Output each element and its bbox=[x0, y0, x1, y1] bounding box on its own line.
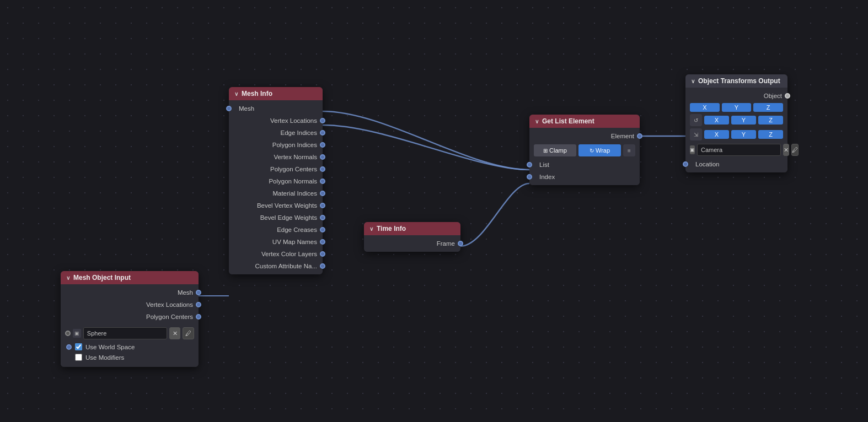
bevel-edge-weights-row: Bevel Edge Weights bbox=[229, 212, 323, 224]
custom-attribute-port[interactable] bbox=[320, 263, 325, 269]
object-port[interactable] bbox=[785, 93, 790, 99]
matrix-row-2: ↺ X Y Z bbox=[685, 113, 787, 127]
time-info-node: ∨ Time Info Frame bbox=[364, 222, 460, 252]
polygon-centers-port[interactable] bbox=[320, 166, 325, 172]
edge-indices-row: Edge Indices bbox=[229, 127, 323, 139]
polygon-normals-label: Polygon Normals bbox=[234, 178, 317, 185]
get-list-element-header[interactable]: ∨ Get List Element bbox=[529, 115, 640, 128]
polygon-centers-label: Polygon Centers bbox=[234, 166, 317, 172]
mesh-info-mesh-input-port[interactable] bbox=[226, 106, 232, 111]
use-world-space-dot bbox=[66, 344, 72, 350]
mesh-object-input-header[interactable]: ∨ Mesh Object Input bbox=[61, 271, 199, 284]
camera-icon: ▣ bbox=[690, 145, 695, 154]
scale-icon: ⇲ bbox=[690, 128, 702, 140]
list-input-row: List bbox=[529, 159, 640, 171]
vertex-normals-port[interactable] bbox=[320, 154, 325, 160]
use-world-space-label: Use World Space bbox=[85, 344, 135, 350]
object-transforms-header[interactable]: ∨ Object Transforms Output bbox=[685, 74, 787, 88]
matrix-z-btn-3[interactable]: Z bbox=[758, 130, 783, 139]
mesh-info-title: Mesh Info bbox=[242, 90, 272, 98]
matrix-y-btn-3[interactable]: Y bbox=[731, 130, 756, 139]
polygon-indices-port[interactable] bbox=[320, 142, 325, 148]
matrix-x-btn-3[interactable]: X bbox=[704, 130, 729, 139]
element-output-port[interactable] bbox=[637, 133, 642, 139]
clear-camera-button[interactable]: ✕ bbox=[783, 144, 789, 156]
clear-object-button[interactable]: ✕ bbox=[169, 327, 181, 339]
vertex-locations-output-port[interactable] bbox=[196, 302, 201, 307]
uv-map-names-row: UV Map Names bbox=[229, 236, 323, 248]
uv-map-names-label: UV Map Names bbox=[234, 239, 317, 245]
edge-indices-port[interactable] bbox=[320, 130, 325, 136]
matrix-z-btn-2[interactable]: Z bbox=[758, 116, 783, 125]
matrix-x-btn-2[interactable]: X bbox=[704, 116, 729, 125]
index-input-row: Index bbox=[529, 171, 640, 183]
mesh-info-body: Mesh Vertex Locations Edge Indices Polyg… bbox=[229, 100, 323, 274]
frame-output-port[interactable] bbox=[458, 241, 463, 246]
vertex-color-layers-port[interactable] bbox=[320, 251, 325, 257]
time-info-header[interactable]: ∨ Time Info bbox=[364, 222, 460, 235]
object-field-input[interactable] bbox=[83, 327, 167, 339]
frame-output-label: Frame bbox=[369, 240, 455, 247]
get-list-element-body: Element ⊞ Clamp ↻ Wrap ≡ List Index bbox=[529, 128, 640, 185]
material-indices-label: Material Indices bbox=[234, 190, 317, 197]
use-world-space-checkbox[interactable] bbox=[75, 343, 82, 350]
eyedropper-button[interactable]: 🖊 bbox=[183, 327, 194, 339]
polygon-normals-port[interactable] bbox=[320, 178, 325, 184]
vertex-color-layers-label: Vertex Color Layers bbox=[234, 251, 317, 257]
polygon-indices-label: Polygon Indices bbox=[234, 142, 317, 148]
vertex-normals-label: Vertex Normals bbox=[234, 154, 317, 160]
matrix-y-btn-2[interactable]: Y bbox=[731, 116, 756, 125]
use-modifiers-checkbox[interactable] bbox=[75, 354, 82, 361]
collapse-icon-time-info: ∨ bbox=[369, 226, 373, 232]
clamp-wrap-group: ⊞ Clamp ↻ Wrap ≡ bbox=[529, 142, 640, 159]
collapse-icon-mesh-info: ∨ bbox=[234, 91, 238, 97]
vertex-locations-row: Vertex Locations bbox=[229, 115, 323, 127]
time-info-body: Frame bbox=[364, 235, 460, 252]
matrix-y-btn-1[interactable]: Y bbox=[722, 103, 752, 112]
get-list-element-title: Get List Element bbox=[542, 117, 594, 125]
polygon-centers-output-port[interactable] bbox=[196, 314, 201, 320]
object-dot bbox=[65, 331, 71, 336]
vertex-color-layers-row: Vertex Color Layers bbox=[229, 248, 323, 260]
location-input-port[interactable] bbox=[683, 161, 688, 167]
vertex-locations-output-label: Vertex Locations bbox=[66, 301, 193, 308]
object-transforms-body: Object X Y Z ↺ X Y Z ⇲ X Y Z ▣ ✕ 🖊 bbox=[685, 88, 787, 172]
element-output-label: Element bbox=[535, 133, 634, 139]
edge-creases-port[interactable] bbox=[320, 227, 325, 232]
polygon-indices-row: Polygon Indices bbox=[229, 139, 323, 151]
mesh-info-header[interactable]: ∨ Mesh Info bbox=[229, 87, 323, 100]
material-indices-port[interactable] bbox=[320, 191, 325, 196]
list-input-port[interactable] bbox=[527, 162, 532, 167]
camera-field-input[interactable] bbox=[697, 144, 781, 156]
mesh-object-input-node: ∨ Mesh Object Input Mesh Vertex Location… bbox=[61, 271, 199, 367]
vertex-locations-port[interactable] bbox=[320, 118, 325, 123]
element-output-row: Element bbox=[529, 130, 640, 142]
camera-eyedropper-button[interactable]: 🖊 bbox=[791, 144, 799, 156]
bevel-edge-weights-port[interactable] bbox=[320, 215, 325, 220]
matrix-z-btn-1[interactable]: Z bbox=[753, 103, 783, 112]
polygon-centers-row: Polygon Centers bbox=[229, 163, 323, 175]
collapse-icon-transforms: ∨ bbox=[691, 78, 695, 84]
polygon-normals-row: Polygon Normals bbox=[229, 175, 323, 187]
collapse-icon-get-list: ∨ bbox=[535, 118, 539, 125]
edge-creases-label: Edge Creases bbox=[234, 226, 317, 233]
wrap-button[interactable]: ↻ Wrap bbox=[578, 144, 621, 156]
bevel-edge-weights-label: Bevel Edge Weights bbox=[234, 214, 317, 221]
list-options-button[interactable]: ≡ bbox=[623, 144, 635, 156]
matrix-x-btn-1[interactable]: X bbox=[690, 103, 720, 112]
frame-output-row: Frame bbox=[364, 237, 460, 250]
get-list-element-node: ∨ Get List Element Element ⊞ Clamp ↻ Wra… bbox=[529, 115, 640, 185]
mesh-output-port[interactable] bbox=[196, 290, 201, 295]
object-transforms-title: Object Transforms Output bbox=[698, 77, 780, 85]
edge-indices-label: Edge Indices bbox=[234, 129, 317, 136]
clamp-button[interactable]: ⊞ Clamp bbox=[534, 144, 576, 156]
rotate-icon: ↺ bbox=[690, 114, 702, 126]
material-indices-row: Material Indices bbox=[229, 187, 323, 199]
uv-map-names-port[interactable] bbox=[320, 239, 325, 245]
object-output-row: Object bbox=[685, 90, 787, 102]
polygon-centers-output-row: Polygon Centers bbox=[61, 311, 199, 323]
bevel-vertex-weights-row: Bevel Vertex Weights bbox=[229, 199, 323, 212]
bevel-vertex-weights-port[interactable] bbox=[320, 203, 325, 208]
camera-field-row: ▣ ✕ 🖊 bbox=[685, 142, 787, 158]
index-input-port[interactable] bbox=[527, 174, 532, 180]
